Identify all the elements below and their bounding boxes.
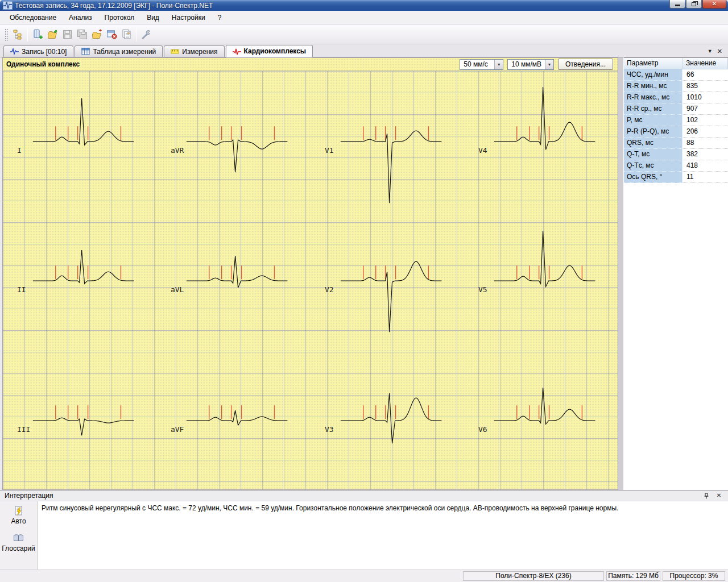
close-icon: ✕ — [717, 493, 721, 498]
param-name: P, мс — [624, 115, 683, 126]
ecg-trace — [494, 87, 595, 149]
close-exam-button[interactable] — [104, 27, 119, 42]
ecg-lead-V6: V6 — [464, 350, 618, 489]
parameters-panel: Параметр Значение ЧСС, уд./мин66R-R мин.… — [624, 57, 728, 490]
patients-tree-button[interactable] — [10, 27, 25, 42]
restore-button[interactable] — [686, 0, 702, 9]
param-value: 102 — [683, 115, 728, 126]
speed-select[interactable]: 50 мм/с ▼ — [460, 59, 503, 70]
protocol-button[interactable] — [119, 27, 134, 42]
tab-list-dropdown-icon[interactable]: ▼ — [708, 49, 713, 54]
param-value: 382 — [683, 149, 728, 160]
ecg-trace — [340, 131, 441, 203]
ecg-trace — [187, 256, 288, 288]
chevron-down-icon[interactable]: ▼ — [545, 60, 553, 69]
tab-label: Таблица измерений — [93, 48, 156, 56]
gain-value: 10 мм/мВ — [508, 60, 545, 68]
ecg-lead-aVR: aVR — [156, 71, 310, 210]
tab-bar: Запись [00:10] Таблица измерений Измерен… — [0, 44, 728, 57]
ecg-trace — [494, 231, 595, 286]
lead-label: I — [17, 146, 22, 155]
param-value: 66 — [683, 69, 728, 81]
toolbar-drag-handle[interactable] — [5, 28, 8, 41]
ecg-trace — [187, 410, 288, 425]
lead-label: V5 — [478, 285, 487, 294]
menu-protocol[interactable]: Протокол — [98, 12, 141, 23]
ecg-lead-II: II — [3, 210, 156, 350]
tab-record[interactable]: Запись [00:10] — [3, 45, 73, 57]
pin-button[interactable] — [702, 492, 711, 500]
panel-splitter[interactable] — [618, 57, 624, 490]
glossary-button[interactable]: Глоссарий — [2, 533, 35, 552]
param-value: 11 — [683, 172, 728, 183]
tab-label: Запись [00:10] — [22, 48, 67, 56]
param-row: Q-Tс, мс418 — [624, 160, 728, 172]
interpretation-body: Авто Глоссарий Ритм синусовый нерегулярн… — [0, 501, 728, 569]
params-table-body: ЧСС, уд./мин66R-R мин., мс835R-R макс., … — [624, 69, 728, 183]
status-bar: Поли-Спектр-8/ЕХ (236) Память: 129 Мб Пр… — [0, 569, 728, 582]
settings-button[interactable] — [139, 27, 154, 42]
open-exam-button[interactable] — [45, 27, 60, 42]
param-row: R-R мин., мс835 — [624, 81, 728, 92]
save-button[interactable] — [60, 27, 75, 42]
new-exam-icon — [32, 29, 43, 40]
open-exam-icon — [47, 29, 58, 40]
menu-analysis[interactable]: Анализ — [63, 12, 98, 23]
ecg-trace — [33, 418, 134, 435]
tab-measure-table[interactable]: Таблица измерений — [75, 45, 163, 57]
ecg-panel-title: Одиночный комплекс — [6, 60, 80, 68]
lead-label: V4 — [478, 146, 487, 155]
tab-close-icon[interactable]: ✕ — [717, 48, 722, 55]
glossary-button-label: Глоссарий — [2, 544, 35, 552]
auto-interpretation-icon — [13, 506, 24, 516]
param-row: ЧСС, уд./мин66 — [624, 69, 728, 81]
param-value: 206 — [683, 126, 728, 138]
menu-view[interactable]: Вид — [140, 12, 166, 23]
menu-help[interactable]: ? — [212, 12, 228, 23]
wrench-icon — [141, 29, 152, 40]
ecg-trace — [33, 98, 134, 145]
toolbar — [0, 25, 728, 44]
status-device: Поли-Спектр-8/ЕХ (236) — [463, 571, 604, 581]
new-exam-button[interactable] — [30, 27, 45, 42]
minimize-icon — [675, 5, 680, 6]
lead-label: V1 — [324, 146, 333, 155]
interpretation-text[interactable]: Ритм синусовый нерегулярный с ЧСС макс. … — [38, 501, 728, 569]
menu-examination[interactable]: Обследование — [3, 12, 63, 23]
tab-measurements[interactable]: Измерения — [164, 45, 224, 57]
panel-close-button[interactable]: ✕ — [714, 492, 723, 500]
ecg-lead-III: III — [3, 350, 156, 489]
save-icon — [62, 29, 73, 40]
lead-label: V3 — [324, 425, 333, 434]
column-header-parameter[interactable]: Параметр — [624, 58, 683, 69]
gain-select[interactable]: 10 мм/мВ ▼ — [507, 59, 554, 70]
status-memory: Память: 129 Мб — [606, 571, 660, 581]
param-name: Ось QRS, ° — [624, 172, 683, 183]
ecg-lead-aVF: aVF — [156, 350, 310, 489]
param-row: QRS, мс88 — [624, 138, 728, 149]
param-name: R-R ср., мс — [624, 103, 683, 115]
param-value: 1010 — [683, 92, 728, 103]
leads-button[interactable]: Отведения... — [558, 59, 613, 70]
column-header-value[interactable]: Значение — [683, 58, 728, 69]
save-all-button[interactable] — [75, 27, 89, 42]
ecg-trace — [494, 388, 595, 424]
ecg-lead-V1: V1 — [311, 71, 464, 210]
ecg-lead-V3: V3 — [311, 350, 464, 489]
interpretation-header: Интерпретация ✕ — [0, 490, 728, 501]
speed-value: 50 мм/с — [460, 60, 494, 68]
close-button[interactable]: ✕ — [702, 0, 726, 9]
ecg-header: Одиночный комплекс 50 мм/с ▼ 10 мм/мВ ▼ … — [3, 58, 618, 71]
param-name: ЧСС, уд./мин — [624, 69, 683, 81]
tab-cardiocomplexes[interactable]: Кардиокомплексы — [226, 45, 313, 57]
auto-button[interactable]: Авто — [11, 506, 26, 525]
main-area: Одиночный комплекс 50 мм/с ▼ 10 мм/мВ ▼ … — [0, 57, 728, 490]
patients-tree-icon — [13, 29, 23, 40]
export-exam-button[interactable] — [89, 27, 104, 42]
param-name: Q-T, мс — [624, 149, 683, 160]
menu-settings[interactable]: Настройки — [166, 12, 212, 23]
minimize-button[interactable] — [669, 0, 685, 9]
close-exam-icon — [106, 29, 117, 40]
pin-icon — [704, 493, 709, 499]
chevron-down-icon[interactable]: ▼ — [494, 60, 503, 69]
